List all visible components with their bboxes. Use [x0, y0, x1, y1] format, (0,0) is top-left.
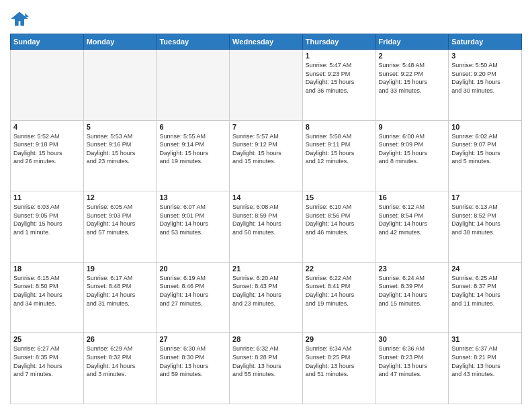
day-info: Sunrise: 6:36 AM Sunset: 8:23 PM Dayligh…	[379, 345, 446, 378]
calendar-week-row: 25Sunrise: 6:27 AM Sunset: 8:35 PM Dayli…	[11, 333, 522, 404]
day-info: Sunrise: 6:30 AM Sunset: 8:30 PM Dayligh…	[159, 345, 226, 378]
day-number: 30	[379, 335, 446, 343]
calendar-cell: 22Sunrise: 6:22 AM Sunset: 8:41 PM Dayli…	[302, 262, 375, 333]
calendar-day-header: Wednesday	[230, 34, 303, 50]
day-number: 12	[87, 193, 154, 201]
calendar-cell: 31Sunrise: 6:37 AM Sunset: 8:21 PM Dayli…	[449, 333, 522, 404]
day-info: Sunrise: 6:00 AM Sunset: 9:09 PM Dayligh…	[379, 132, 446, 166]
day-info: Sunrise: 5:58 AM Sunset: 9:11 PM Dayligh…	[306, 132, 373, 166]
header	[10, 7, 522, 28]
day-info: Sunrise: 6:03 AM Sunset: 9:05 PM Dayligh…	[13, 203, 81, 236]
day-number: 7	[232, 123, 300, 131]
day-number: 4	[13, 123, 81, 131]
calendar-cell: 10Sunrise: 6:02 AM Sunset: 9:07 PM Dayli…	[449, 120, 522, 191]
logo	[10, 9, 32, 28]
calendar-cell: 4Sunrise: 5:52 AM Sunset: 9:18 PM Daylig…	[11, 120, 84, 191]
day-number: 31	[451, 335, 519, 343]
day-info: Sunrise: 6:07 AM Sunset: 9:01 PM Dayligh…	[159, 203, 226, 236]
day-number: 17	[451, 193, 519, 201]
page: SundayMondayTuesdayWednesdayThursdayFrid…	[0, 0, 532, 411]
day-info: Sunrise: 6:15 AM Sunset: 8:50 PM Dayligh…	[13, 274, 81, 308]
day-info: Sunrise: 6:29 AM Sunset: 8:32 PM Dayligh…	[87, 345, 154, 378]
day-info: Sunrise: 5:52 AM Sunset: 9:18 PM Dayligh…	[13, 132, 81, 166]
day-info: Sunrise: 6:32 AM Sunset: 8:28 PM Dayligh…	[232, 345, 300, 378]
day-info: Sunrise: 6:34 AM Sunset: 8:25 PM Dayligh…	[306, 345, 373, 378]
calendar-cell: 3Sunrise: 5:50 AM Sunset: 9:20 PM Daylig…	[449, 50, 522, 121]
day-info: Sunrise: 6:19 AM Sunset: 8:46 PM Dayligh…	[159, 274, 226, 308]
day-number: 13	[159, 193, 226, 201]
day-number: 23	[379, 265, 446, 273]
day-number: 29	[306, 335, 373, 343]
day-info: Sunrise: 5:55 AM Sunset: 9:14 PM Dayligh…	[159, 132, 226, 166]
calendar-cell: 18Sunrise: 6:15 AM Sunset: 8:50 PM Dayli…	[11, 262, 84, 333]
calendar-day-header: Thursday	[302, 34, 375, 50]
day-number: 24	[451, 265, 519, 273]
calendar-cell	[11, 50, 84, 121]
calendar-cell: 9Sunrise: 6:00 AM Sunset: 9:09 PM Daylig…	[375, 120, 449, 191]
calendar-cell: 15Sunrise: 6:10 AM Sunset: 8:56 PM Dayli…	[302, 191, 375, 263]
calendar-day-header: Monday	[83, 34, 157, 50]
day-number: 20	[159, 265, 226, 273]
day-number: 8	[306, 123, 373, 131]
day-info: Sunrise: 5:57 AM Sunset: 9:12 PM Dayligh…	[232, 132, 300, 166]
day-info: Sunrise: 6:05 AM Sunset: 9:03 PM Dayligh…	[87, 203, 154, 236]
calendar-cell: 20Sunrise: 6:19 AM Sunset: 8:46 PM Dayli…	[157, 262, 230, 333]
calendar-week-row: 18Sunrise: 6:15 AM Sunset: 8:50 PM Dayli…	[11, 262, 522, 333]
calendar-cell: 29Sunrise: 6:34 AM Sunset: 8:25 PM Dayli…	[302, 333, 375, 404]
calendar-cell: 21Sunrise: 6:20 AM Sunset: 8:43 PM Dayli…	[230, 262, 303, 333]
day-number: 27	[159, 335, 226, 343]
day-number: 14	[232, 193, 300, 201]
day-number: 16	[379, 193, 446, 201]
calendar-cell: 23Sunrise: 6:24 AM Sunset: 8:39 PM Dayli…	[375, 262, 449, 333]
calendar-cell: 11Sunrise: 6:03 AM Sunset: 9:05 PM Dayli…	[11, 191, 84, 263]
day-number: 25	[13, 335, 81, 343]
day-info: Sunrise: 6:12 AM Sunset: 8:54 PM Dayligh…	[379, 203, 446, 236]
day-number: 2	[379, 52, 446, 60]
day-info: Sunrise: 6:17 AM Sunset: 8:48 PM Dayligh…	[87, 274, 154, 308]
day-info: Sunrise: 5:50 AM Sunset: 9:20 PM Dayligh…	[451, 61, 519, 95]
calendar-cell: 5Sunrise: 5:53 AM Sunset: 9:16 PM Daylig…	[83, 120, 157, 191]
day-info: Sunrise: 6:27 AM Sunset: 8:35 PM Dayligh…	[13, 345, 81, 378]
day-number: 1	[306, 52, 373, 60]
day-number: 5	[87, 123, 154, 131]
calendar-header-row: SundayMondayTuesdayWednesdayThursdayFrid…	[11, 34, 522, 50]
calendar-cell: 16Sunrise: 6:12 AM Sunset: 8:54 PM Dayli…	[375, 191, 449, 263]
day-info: Sunrise: 6:10 AM Sunset: 8:56 PM Dayligh…	[306, 203, 373, 236]
calendar-cell: 24Sunrise: 6:25 AM Sunset: 8:37 PM Dayli…	[449, 262, 522, 333]
day-info: Sunrise: 5:48 AM Sunset: 9:22 PM Dayligh…	[379, 61, 446, 95]
calendar-cell: 17Sunrise: 6:13 AM Sunset: 8:52 PM Dayli…	[449, 191, 522, 263]
day-number: 9	[379, 123, 446, 131]
calendar-cell: 2Sunrise: 5:48 AM Sunset: 9:22 PM Daylig…	[375, 50, 449, 121]
calendar-day-header: Sunday	[11, 34, 84, 50]
svg-marker-1	[25, 13, 29, 17]
calendar-week-row: 4Sunrise: 5:52 AM Sunset: 9:18 PM Daylig…	[11, 120, 522, 191]
day-number: 22	[306, 265, 373, 273]
calendar-day-header: Tuesday	[157, 34, 230, 50]
day-info: Sunrise: 6:20 AM Sunset: 8:43 PM Dayligh…	[232, 274, 300, 308]
day-number: 26	[87, 335, 154, 343]
calendar-cell: 25Sunrise: 6:27 AM Sunset: 8:35 PM Dayli…	[11, 333, 84, 404]
calendar-cell	[230, 50, 303, 121]
calendar-cell: 30Sunrise: 6:36 AM Sunset: 8:23 PM Dayli…	[375, 333, 449, 404]
day-info: Sunrise: 5:47 AM Sunset: 9:23 PM Dayligh…	[306, 61, 373, 95]
calendar-table: SundayMondayTuesdayWednesdayThursdayFrid…	[10, 34, 522, 404]
calendar-day-header: Saturday	[449, 34, 522, 50]
day-info: Sunrise: 6:13 AM Sunset: 8:52 PM Dayligh…	[451, 203, 519, 236]
day-number: 6	[159, 123, 226, 131]
day-info: Sunrise: 5:53 AM Sunset: 9:16 PM Dayligh…	[87, 132, 154, 166]
calendar-cell: 7Sunrise: 5:57 AM Sunset: 9:12 PM Daylig…	[230, 120, 303, 191]
day-number: 19	[87, 265, 154, 273]
day-number: 10	[451, 123, 519, 131]
day-number: 21	[232, 265, 300, 273]
calendar-cell: 1Sunrise: 5:47 AM Sunset: 9:23 PM Daylig…	[302, 50, 375, 121]
day-number: 3	[451, 52, 519, 60]
day-info: Sunrise: 6:22 AM Sunset: 8:41 PM Dayligh…	[306, 274, 373, 308]
calendar-day-header: Friday	[375, 34, 449, 50]
day-number: 18	[13, 265, 81, 273]
logo-icon	[10, 9, 29, 28]
calendar-cell: 19Sunrise: 6:17 AM Sunset: 8:48 PM Dayli…	[83, 262, 157, 333]
calendar-cell: 12Sunrise: 6:05 AM Sunset: 9:03 PM Dayli…	[83, 191, 157, 263]
day-number: 28	[232, 335, 300, 343]
calendar-cell: 26Sunrise: 6:29 AM Sunset: 8:32 PM Dayli…	[83, 333, 157, 404]
day-info: Sunrise: 6:08 AM Sunset: 8:59 PM Dayligh…	[232, 203, 300, 236]
